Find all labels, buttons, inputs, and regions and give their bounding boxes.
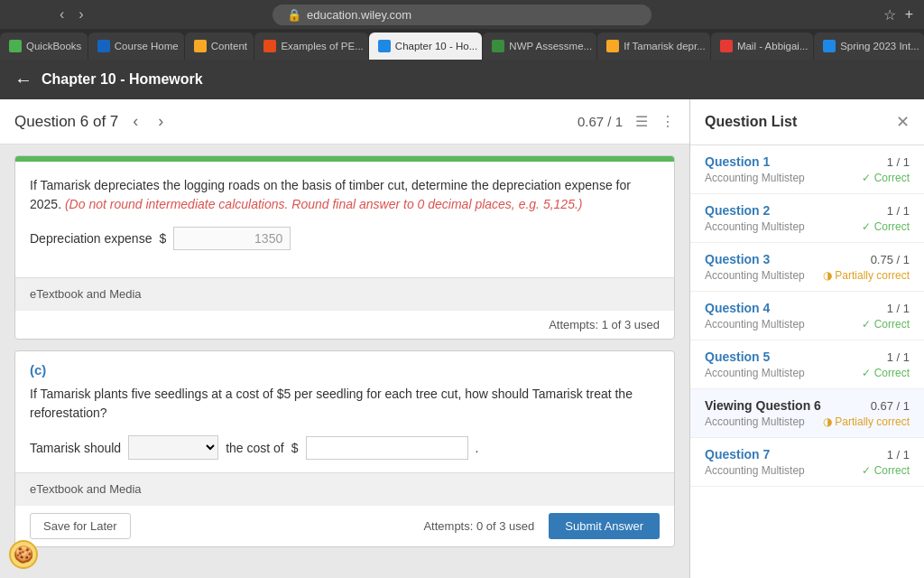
nav-back-button[interactable]: ‹ (54, 5, 69, 24)
list-icon[interactable]: ☰ (635, 113, 648, 130)
browser-tab[interactable]: Spring 2023 Int... (814, 33, 924, 60)
browser-tab[interactable]: Course Home (88, 33, 184, 60)
question-list-item[interactable]: Question 21 / 1Accounting Multistep✓ Cor… (690, 194, 924, 243)
main-layout: Question 6 of 7 ‹ › 0.67 / 1 ☰ ⋮ If Tama… (0, 99, 924, 578)
dollar-sign-b: $ (159, 231, 166, 246)
save-later-button[interactable]: Save for Later (30, 513, 131, 539)
address-bar[interactable]: 🔒 education.wiley.com (273, 5, 651, 25)
browser-tab[interactable]: If Tamarisk depr... (597, 33, 710, 60)
tab-label: NWP Assessme... (509, 41, 592, 51)
question-list-item[interactable]: Question 30.75 / 1Accounting Multistep◑ … (690, 243, 924, 292)
question-item-type: Accounting Multistep (705, 172, 805, 184)
the-cost-of-label: the cost of (226, 441, 284, 455)
etextbook-bar-c: eTextbook and Media (15, 472, 674, 505)
sidebar: Question List ✕ Question 11 / 1Accountin… (689, 99, 924, 578)
question-item-score: 1 / 1 (887, 302, 910, 315)
question-item-status: ◑ Partially correct (823, 269, 910, 282)
tabs-bar: QuickBooksCourse HomeContentExamples of … (0, 29, 924, 60)
browser-tab[interactable]: Mail - Abbigai... (711, 33, 813, 60)
section-c-question-text: If Tamarisk plants five seedlings at a c… (30, 385, 660, 423)
bookmark-icon[interactable]: ☆ (883, 6, 896, 23)
section-b-card: If Tamarisk depreciates the logging road… (14, 155, 675, 340)
section-c-inner: If Tamarisk plants five seedlings at a c… (15, 385, 674, 460)
question-list: Question 11 / 1Accounting Multistep✓ Cor… (690, 145, 924, 578)
cookie-button[interactable]: 🍪 (9, 540, 38, 569)
tab-favicon (194, 40, 207, 52)
question-list-item[interactable]: Question 11 / 1Accounting Multistep✓ Cor… (690, 145, 924, 194)
question-item-type: Accounting Multistep (705, 269, 805, 282)
question-item-status: ✓ Correct (862, 464, 910, 477)
sidebar-close-button[interactable]: ✕ (896, 112, 910, 132)
cost-input[interactable] (306, 436, 468, 460)
depreciation-input-row: Depreciation expense $ (30, 227, 660, 250)
next-question-button[interactable]: › (152, 110, 169, 133)
tab-favicon (97, 40, 110, 52)
question-list-item[interactable]: Question 51 / 1Accounting Multistep✓ Cor… (690, 340, 924, 389)
lock-icon: 🔒 (287, 8, 301, 22)
question-item-score: 0.67 / 1 (871, 399, 910, 413)
bottom-bar: Save for Later Attempts: 0 of 3 used Sub… (15, 505, 674, 546)
tamarisk-row: Tamarisk should capitalize expense the c… (30, 435, 660, 460)
question-header: Question 6 of 7 ‹ › 0.67 / 1 ☰ ⋮ (0, 99, 689, 144)
question-item-name: Question 3 (705, 252, 770, 266)
browser-tab[interactable]: QuickBooks (0, 33, 88, 60)
nav-forward-button[interactable]: › (73, 5, 88, 24)
question-item-type: Accounting Multistep (705, 220, 805, 233)
browser-actions: ☆ + (883, 6, 913, 23)
content-area: Question 6 of 7 ‹ › 0.67 / 1 ☰ ⋮ If Tama… (0, 99, 689, 578)
back-button[interactable]: ← (14, 70, 32, 90)
submit-answer-button[interactable]: Submit Answer (549, 513, 660, 539)
question-title: Question 6 of 7 (14, 113, 118, 131)
browser-chrome: ‹ › 🔒 education.wiley.com ☆ + (0, 0, 924, 29)
tab-favicon (720, 40, 733, 52)
question-item-name: Question 5 (705, 350, 770, 364)
prev-question-button[interactable]: ‹ (127, 110, 143, 133)
new-tab-icon[interactable]: + (905, 6, 913, 23)
menu-icon[interactable]: ⋮ (661, 113, 675, 130)
tab-label: Chapter 10 - Ho... (395, 41, 477, 51)
question-item-score: 1 / 1 (887, 204, 910, 218)
tab-label: Examples of PE... (281, 41, 363, 51)
browser-tab[interactable]: Examples of PE... (254, 33, 367, 60)
sidebar-header: Question List ✕ (690, 99, 924, 145)
question-item-type: Accounting Multistep (705, 464, 805, 477)
question-item-score: 1 / 1 (887, 350, 910, 364)
tamarisk-label: Tamarisk should (30, 441, 121, 455)
tab-label: Spring 2023 Int... (840, 41, 919, 51)
question-item-status: ✓ Correct (862, 318, 910, 331)
etextbook-bar-b: eTextbook and Media (15, 277, 674, 310)
question-scroll: If Tamarisk depreciates the logging road… (0, 144, 689, 558)
question-list-item[interactable]: Question 71 / 1Accounting Multistep✓ Cor… (690, 438, 924, 487)
tab-favicon (378, 40, 391, 52)
question-item-type: Accounting Multistep (705, 318, 805, 331)
app-header: ← Chapter 10 - Homework (0, 60, 924, 99)
tamarisk-dropdown[interactable]: capitalize expense (128, 435, 218, 460)
score-display: 0.67 / 1 (578, 114, 623, 129)
question-item-name: Viewing Question 6 (705, 398, 821, 413)
tab-label: If Tamarisk depr... (624, 41, 706, 51)
question-item-score: 1 / 1 (887, 448, 910, 461)
question-list-item[interactable]: Viewing Question 60.67 / 1Accounting Mul… (690, 389, 924, 438)
question-item-name: Question 7 (705, 447, 770, 461)
tab-label: QuickBooks (26, 41, 81, 51)
browser-tab[interactable]: NWP Assessme... (483, 33, 596, 60)
section-b-body: If Tamarisk depreciates the logging road… (15, 162, 674, 277)
browser-tab[interactable]: Content (185, 33, 254, 60)
depreciation-input[interactable] (173, 227, 291, 250)
section-c-label: (c) (15, 351, 674, 385)
question-item-score: 1 / 1 (887, 155, 910, 169)
browser-nav[interactable]: ‹ › (54, 5, 89, 24)
tab-favicon (263, 40, 276, 52)
depreciation-label: Depreciation expense (30, 231, 152, 246)
browser-tab[interactable]: Chapter 10 - Ho... (369, 33, 482, 60)
tab-favicon (606, 40, 619, 52)
score-area: 0.67 / 1 ☰ ⋮ (578, 113, 675, 130)
question-item-status: ✓ Correct (862, 367, 910, 379)
dollar-sign-c: $ (291, 441, 299, 455)
tab-favicon (9, 40, 22, 52)
section-b-question-text: If Tamarisk depreciates the logging road… (30, 176, 660, 214)
tab-label: Course Home (115, 41, 179, 51)
question-note: (Do not round intermediate calculations.… (65, 197, 583, 211)
question-list-item[interactable]: Question 41 / 1Accounting Multistep✓ Cor… (690, 292, 924, 340)
tab-favicon (492, 40, 504, 52)
